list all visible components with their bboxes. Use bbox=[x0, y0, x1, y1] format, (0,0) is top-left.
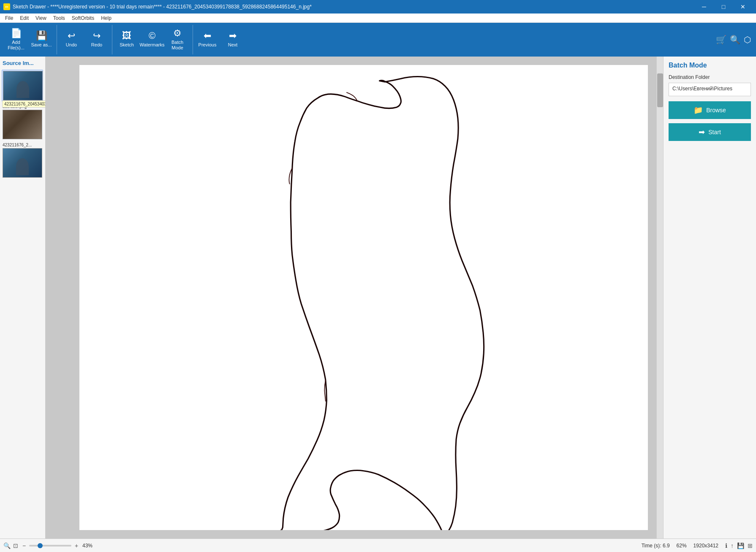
canvas-inner bbox=[79, 65, 648, 530]
menu-help[interactable]: Help bbox=[98, 14, 115, 22]
titlebar: ✏ Sketch Drawer - ****Unregistered versi… bbox=[0, 0, 756, 14]
destination-path[interactable]: C:\Users\Евгений\Pictures bbox=[669, 83, 751, 96]
zoom-level: 62% bbox=[677, 543, 687, 549]
sidebar-item-3[interactable]: 423211676_2... bbox=[2, 141, 43, 179]
save-as-icon: 💾 bbox=[36, 31, 47, 41]
add-files-label: Add File(s)... bbox=[5, 40, 27, 51]
share-icon[interactable]: ↑ bbox=[731, 542, 734, 549]
watermarks-button[interactable]: © Watermarks bbox=[139, 25, 165, 54]
sidebar-thumb-3 bbox=[3, 148, 42, 178]
app-icon: ✏ bbox=[3, 3, 10, 10]
menubar: File Edit View Tools SoftOrbits Help bbox=[0, 14, 756, 23]
canvas-area bbox=[46, 57, 656, 538]
undo-button[interactable]: ↩ Undo bbox=[59, 25, 84, 54]
menu-edit[interactable]: Edit bbox=[16, 14, 32, 22]
next-icon: ➡ bbox=[229, 31, 237, 41]
statusbar-left: 🔍 ⊡ − + 43% bbox=[3, 542, 92, 549]
thumb-image-3 bbox=[3, 149, 42, 177]
watermarks-label: Watermarks bbox=[140, 42, 165, 48]
cart-icon[interactable]: 🛒 bbox=[716, 35, 726, 45]
right-panel: Batch Mode Destination Folder C:\Users\Е… bbox=[663, 57, 756, 538]
sidebar-thumb-1 bbox=[3, 71, 43, 100]
search-icon[interactable]: 🔍 bbox=[730, 35, 740, 45]
browse-label: Browse bbox=[706, 107, 726, 114]
next-label: Next bbox=[228, 42, 238, 48]
statusbar-right: Time (s): 6.9 62% 1920x3412 ℹ ↑ 💾 ⊞ bbox=[642, 542, 753, 549]
start-label: Start bbox=[708, 129, 721, 135]
cube-icon[interactable]: ⬡ bbox=[744, 35, 751, 45]
main-layout: Source Im... 423211676_2045340399178838_… bbox=[0, 57, 756, 538]
watermarks-icon: © bbox=[149, 31, 155, 41]
batch-mode-button[interactable]: ⚙ Batch Mode bbox=[165, 25, 190, 54]
redo-icon: ↪ bbox=[93, 31, 101, 41]
save-as-label: Save as... bbox=[31, 42, 52, 48]
zoom-fit-icon[interactable]: 🔍 bbox=[3, 542, 11, 549]
zoom-plus-button[interactable]: + bbox=[73, 542, 80, 549]
previous-label: Previous bbox=[199, 42, 217, 48]
toolbar-right-icons: 🛒 🔍 ⬡ bbox=[716, 35, 754, 45]
previous-button[interactable]: ⬅ Previous bbox=[195, 25, 220, 54]
info-icon[interactable]: ℹ bbox=[725, 542, 727, 549]
toolbar-group-undo: ↩ Undo ↪ Redo bbox=[57, 25, 111, 54]
sidebar-thumb-2 bbox=[3, 110, 42, 139]
zoom-slider-container: − + bbox=[21, 542, 80, 549]
sketch-drawing bbox=[79, 65, 648, 530]
zoom-percent: 43% bbox=[82, 543, 92, 549]
zoom-minus-button[interactable]: − bbox=[21, 542, 27, 549]
statusbar-right-icons: ℹ ↑ 💾 ⊞ bbox=[725, 542, 753, 549]
save-status-icon[interactable]: 💾 bbox=[737, 542, 744, 549]
redo-button[interactable]: ↪ Redo bbox=[84, 25, 109, 54]
menu-tools[interactable]: Tools bbox=[50, 14, 68, 22]
sidebar-item-3-label: 423211676_2... bbox=[3, 142, 42, 148]
batch-mode-icon: ⚙ bbox=[173, 29, 182, 38]
toolbar-group-nav: ⬅ Previous ➡ Next bbox=[193, 25, 247, 54]
sidebar-item-2[interactable]: adsfasdf.png bbox=[2, 103, 43, 140]
view-icon[interactable]: ⊡ bbox=[13, 542, 18, 549]
undo-label: Undo bbox=[66, 42, 77, 48]
thumb-image-2 bbox=[3, 110, 42, 139]
menu-softorbits[interactable]: SoftOrbits bbox=[68, 14, 98, 22]
toolbar-group-sketch: 🖼 Sketch © Watermarks ⚙ Batch Mode bbox=[112, 25, 192, 54]
add-files-button[interactable]: 📄 Add File(s)... bbox=[3, 25, 29, 54]
sketch-icon: 🖼 bbox=[122, 31, 131, 41]
menu-view[interactable]: View bbox=[32, 14, 50, 22]
sketch-button[interactable]: 🖼 Sketch bbox=[114, 25, 139, 54]
undo-icon: ↩ bbox=[68, 31, 75, 41]
sidebar: Source Im... 423211676_2045340399178838_… bbox=[0, 57, 46, 538]
minimize-button[interactable]: ─ bbox=[694, 0, 714, 14]
toolbar-group-files: 📄 Add File(s)... 💾 Save as... bbox=[2, 25, 56, 54]
settings-status-icon[interactable]: ⊞ bbox=[748, 542, 753, 549]
menu-file[interactable]: File bbox=[2, 14, 16, 22]
resolution-label: 1920x3412 bbox=[693, 543, 718, 549]
file-tooltip: 423211676_2045340399178838_5928688245864… bbox=[2, 100, 46, 108]
titlebar-left: ✏ Sketch Drawer - ****Unregistered versi… bbox=[3, 3, 312, 10]
batch-mode-label: Batch Mode bbox=[166, 40, 188, 51]
titlebar-title: Sketch Drawer - ****Unregistered version… bbox=[13, 4, 312, 10]
thumb-image-1 bbox=[3, 71, 42, 100]
toolbar: 📄 Add File(s)... 💾 Save as... ↩ Undo ↪ R… bbox=[0, 23, 756, 57]
start-icon: ➡ bbox=[699, 127, 705, 137]
statusbar: 🔍 ⊡ − + 43% Time (s): 6.9 62% 1920x3412 … bbox=[0, 538, 756, 552]
add-files-icon: 📄 bbox=[11, 29, 22, 38]
titlebar-controls: ─ □ ✕ bbox=[694, 0, 753, 14]
zoom-thumb[interactable] bbox=[38, 543, 43, 548]
batch-mode-title: Batch Mode bbox=[669, 62, 751, 69]
browse-button[interactable]: 📁 Browse bbox=[669, 101, 751, 119]
redo-label: Redo bbox=[91, 42, 102, 48]
close-button[interactable]: ✕ bbox=[733, 0, 753, 14]
scrollbar-thumb[interactable] bbox=[657, 73, 663, 107]
start-button[interactable]: ➡ Start bbox=[669, 123, 751, 141]
time-label: Time (s): 6.9 bbox=[642, 543, 670, 549]
browse-icon: 📁 bbox=[693, 106, 703, 115]
scrollbar-divider[interactable] bbox=[656, 57, 663, 538]
sidebar-item-1[interactable]: 423211676_2045340399178838_5928688245864… bbox=[2, 70, 43, 102]
zoom-slider[interactable] bbox=[29, 545, 71, 547]
previous-icon: ⬅ bbox=[204, 31, 211, 41]
maximize-button[interactable]: □ bbox=[714, 0, 733, 14]
next-button[interactable]: ➡ Next bbox=[220, 25, 245, 54]
destination-folder-label: Destination Folder bbox=[669, 74, 751, 80]
sidebar-header: Source Im... bbox=[2, 58, 44, 68]
sketch-label: Sketch bbox=[120, 42, 134, 48]
save-as-button[interactable]: 💾 Save as... bbox=[29, 25, 54, 54]
